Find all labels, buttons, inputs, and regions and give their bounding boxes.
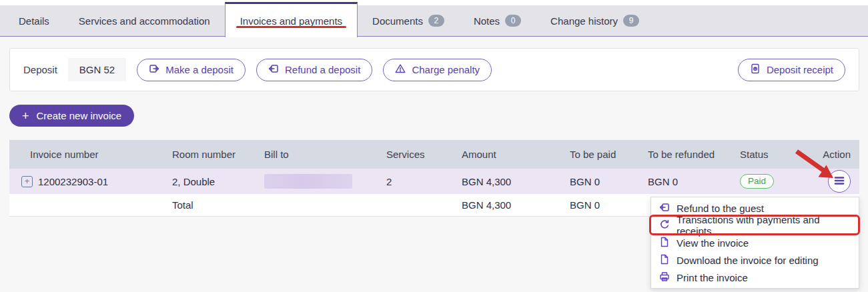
printer-icon bbox=[659, 271, 670, 284]
make-deposit-button[interactable]: Make a deposit bbox=[137, 59, 246, 81]
column-header-to-be-paid: To be paid bbox=[559, 140, 637, 169]
sync-icon bbox=[659, 219, 670, 232]
menu-item-download-invoice[interactable]: Download the invoice for editing bbox=[651, 251, 859, 269]
tab-services-and-accommodation[interactable]: Services and accommodation bbox=[64, 5, 225, 36]
column-header-services: Services bbox=[376, 140, 451, 169]
tab-label: Notes bbox=[474, 15, 500, 27]
tab-label: Documents bbox=[372, 15, 423, 27]
deposit-in-icon bbox=[268, 63, 279, 76]
invoice-table-row: + 1200232903-01 2, Double 2 BGN 4,300 BG… bbox=[9, 169, 859, 194]
total-label: Total bbox=[161, 194, 254, 216]
tab-count-badge: 2 bbox=[428, 15, 444, 27]
room-number-value: 2, Double bbox=[161, 169, 254, 194]
tab-notes[interactable]: Notes 0 bbox=[459, 5, 536, 36]
charge-penalty-label: Charge penalty bbox=[412, 64, 480, 75]
column-header-room-number: Room number bbox=[161, 140, 254, 169]
plus-icon: + bbox=[22, 110, 29, 122]
document-icon bbox=[659, 254, 670, 267]
tab-details[interactable]: Details bbox=[4, 5, 64, 36]
tab-bar: Details Services and accommodation Invoi… bbox=[0, 5, 868, 37]
red-underline-annotation bbox=[236, 26, 346, 28]
tab-count-badge: 9 bbox=[623, 15, 639, 27]
status-badge: Paid bbox=[740, 174, 774, 189]
column-header-to-be-refunded: To be refunded bbox=[637, 140, 729, 169]
to-be-paid-value: BGN 0 bbox=[559, 169, 637, 194]
tab-change-history[interactable]: Change history 9 bbox=[536, 5, 654, 36]
top-strip bbox=[0, 0, 868, 5]
expand-row-icon[interactable]: + bbox=[21, 176, 33, 187]
to-be-refunded-value: BGN 0 bbox=[637, 169, 729, 194]
document-icon bbox=[659, 237, 670, 249]
refund-deposit-button[interactable]: Refund a deposit bbox=[256, 59, 372, 81]
table-header-row: Invoice number Room number Bill to Servi… bbox=[9, 140, 859, 169]
tab-label: Change history bbox=[550, 15, 618, 27]
menu-item-label: Refund to the guest bbox=[677, 203, 764, 214]
row-action-context-menu: Refund to the guest Transactions with pa… bbox=[650, 197, 859, 289]
refund-arrow-icon bbox=[659, 202, 670, 215]
make-deposit-label: Make a deposit bbox=[165, 64, 234, 75]
total-to-be-paid-value: BGN 0 bbox=[559, 194, 637, 216]
refund-deposit-label: Refund a deposit bbox=[285, 64, 360, 75]
menu-item-view-invoice[interactable]: View the invoice bbox=[651, 234, 859, 251]
hamburger-menu-icon bbox=[834, 176, 845, 187]
deposit-out-icon bbox=[149, 63, 159, 76]
tab-label: Invoices and payments bbox=[240, 15, 342, 27]
row-action-menu-button[interactable] bbox=[828, 170, 851, 193]
deposit-label: Deposit bbox=[23, 64, 57, 75]
create-new-invoice-label: Create new invoice bbox=[37, 110, 122, 121]
tab-count-badge: 0 bbox=[505, 15, 521, 27]
invoices-and-payments-screen: Details Services and accommodation Invoi… bbox=[0, 0, 868, 292]
charge-penalty-button[interactable]: Charge penalty bbox=[383, 59, 492, 81]
column-header-action: Action bbox=[796, 140, 859, 169]
tab-invoices-and-payments[interactable]: Invoices and payments bbox=[225, 2, 358, 37]
column-header-invoice-number: Invoice number bbox=[9, 140, 161, 169]
bill-to-redacted-value bbox=[264, 174, 352, 189]
menu-item-label: Download the invoice for editing bbox=[677, 255, 819, 266]
tab-label: Services and accommodation bbox=[79, 15, 210, 27]
services-value: 2 bbox=[376, 169, 451, 194]
column-header-status: Status bbox=[729, 140, 796, 169]
column-header-amount: Amount bbox=[451, 140, 559, 169]
menu-item-label: View the invoice bbox=[677, 237, 749, 249]
tab-documents[interactable]: Documents 2 bbox=[358, 5, 459, 36]
deposit-panel: Deposit BGN 52 Make a deposit Refund a d… bbox=[9, 48, 859, 91]
warning-triangle-icon bbox=[395, 63, 406, 76]
menu-item-transactions-with-payments[interactable]: Transactions with payments and receipts bbox=[651, 217, 859, 234]
invoice-number-value: 1200232903-01 bbox=[38, 176, 108, 187]
menu-item-label: Transactions with payments and receipts bbox=[677, 214, 851, 237]
amount-value: BGN 4,300 bbox=[451, 169, 559, 194]
menu-item-label: Print the invoice bbox=[677, 272, 748, 283]
total-amount-value: BGN 4,300 bbox=[451, 194, 559, 216]
deposit-receipt-label: Deposit receipt bbox=[767, 64, 833, 75]
receipt-document-icon bbox=[750, 63, 761, 76]
deposit-receipt-button[interactable]: Deposit receipt bbox=[738, 59, 845, 81]
deposit-amount: BGN 52 bbox=[68, 58, 126, 81]
tab-label: Details bbox=[19, 15, 49, 27]
create-new-invoice-button[interactable]: + Create new invoice bbox=[9, 105, 134, 127]
column-header-bill-to: Bill to bbox=[254, 140, 376, 169]
menu-item-print-invoice[interactable]: Print the invoice bbox=[651, 269, 859, 286]
